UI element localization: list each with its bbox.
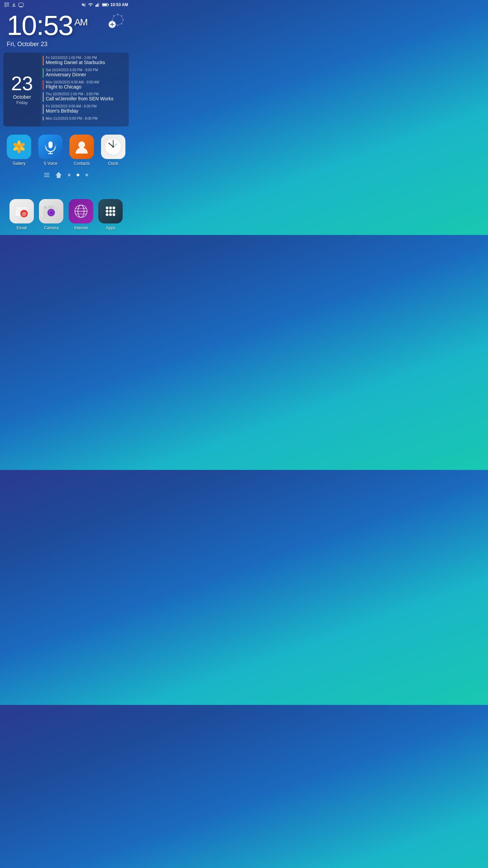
calendar-day: 23: [11, 74, 33, 93]
app-row-2: @ Email: [3, 194, 129, 232]
contacts-icon: [69, 135, 94, 159]
calendar-events: Fri 10/23/2015 1:00 PM - 2:00 PM Meeting…: [41, 53, 129, 126]
internet-label: Internet: [74, 225, 88, 230]
download-icon: [12, 2, 16, 7]
calendar-event[interactable]: Thu 10/29/2015 2:00 PM - 3:00 PM Call w/…: [43, 92, 125, 102]
clock-icon: [101, 135, 125, 159]
nav-dot-1[interactable]: [68, 174, 70, 176]
svg-line-20: [121, 23, 122, 24]
internet-icon-svg: [74, 204, 88, 219]
svg-rect-6: [97, 4, 98, 7]
svg-point-63: [109, 213, 112, 216]
app-apps[interactable]: Apps: [97, 199, 124, 230]
app-row-1: Gallery S Voice Contacts: [0, 130, 132, 168]
svg-rect-7: [98, 3, 99, 7]
clock-time: 10:53: [7, 10, 73, 41]
app-svoice[interactable]: S Voice: [37, 135, 64, 166]
status-bar: 10:53 AM: [0, 0, 132, 9]
gallery-icon: [7, 135, 31, 159]
apps-icon: [98, 199, 123, 223]
app-gallery[interactable]: Gallery: [5, 135, 33, 166]
calendar-event[interactable]: Fri 10/30/2015 9:00 AM - 6:00 PM Mom's B…: [43, 104, 125, 114]
apps-label: Apps: [106, 225, 115, 230]
svg-rect-10: [108, 4, 109, 5]
svoice-icon-svg: [43, 139, 58, 154]
svg-point-60: [109, 210, 112, 213]
svg-line-19: [114, 16, 114, 16]
event-time: Sat 10/24/2015 6:00 PM - 9:00 PM: [46, 68, 125, 72]
event-title: Anniversary Dinner: [46, 72, 125, 78]
event-title: Meeting Daniel at Starbucks: [46, 60, 125, 65]
nav-dots: [0, 168, 132, 181]
svg-point-59: [106, 210, 108, 213]
nav-dot-2[interactable]: [77, 174, 79, 176]
menu-icon: [44, 173, 49, 177]
calendar-event[interactable]: Mon 11/2/2015 6:00 PM - 8:00 PM: [43, 117, 125, 120]
clock-ampm: AM: [74, 17, 87, 27]
event-time: Mon 10/26/2015 6:00 AM - 9:00 AM: [46, 80, 125, 84]
event-time: Fri 10/23/2015 1:00 PM - 2:00 PM: [46, 56, 125, 60]
calendar-event[interactable]: Sat 10/24/2015 6:00 PM - 9:00 PM Anniver…: [43, 68, 125, 78]
screenshot2-icon: [18, 2, 24, 7]
clock-icon-svg: [103, 137, 123, 157]
app-contacts[interactable]: Contacts: [68, 135, 95, 166]
svg-point-49: [50, 211, 51, 212]
svg-rect-0: [5, 3, 6, 4]
internet-icon: [69, 199, 93, 223]
svg-point-62: [106, 213, 108, 216]
svg-point-61: [113, 210, 115, 213]
calendar-event[interactable]: Mon 10/26/2015 6:00 AM - 9:00 AM Flight …: [43, 80, 125, 90]
event-time: Mon 11/2/2015 6:00 PM - 8:00 PM: [46, 117, 125, 120]
svg-rect-3: [19, 3, 23, 7]
svg-rect-4: [95, 5, 96, 7]
status-time: 10:53 AM: [110, 2, 128, 7]
svoice-icon: [38, 135, 63, 159]
bottom-dock: @ Email: [0, 194, 132, 235]
app-internet[interactable]: Internet: [67, 199, 95, 230]
camera-icon: [39, 199, 63, 223]
contacts-icon-svg: [74, 139, 89, 154]
calendar-widget[interactable]: 23 October Friday Fri 10/23/2015 1:00 PM…: [3, 53, 129, 126]
app-camera[interactable]: Camera: [38, 199, 65, 230]
contacts-label: Contacts: [74, 161, 90, 166]
svg-text:@: @: [22, 211, 26, 216]
camera-icon-svg: [43, 203, 60, 219]
email-label: Email: [17, 225, 27, 230]
email-icon: @: [9, 199, 34, 223]
battery-icon: [102, 2, 109, 7]
event-title: Mom's Birthday: [46, 108, 125, 114]
svg-rect-30: [48, 141, 53, 148]
svg-point-57: [109, 206, 112, 209]
status-left-icons: [4, 2, 24, 7]
mute-icon: [81, 2, 86, 7]
event-title: Flight to Chicago: [46, 84, 125, 90]
svg-rect-44: [48, 205, 54, 209]
svg-line-21: [121, 16, 122, 16]
weather-icon: [105, 12, 125, 33]
app-email[interactable]: @ Email: [8, 199, 35, 230]
svg-rect-45: [44, 206, 47, 208]
svg-point-39: [112, 146, 114, 147]
svg-point-58: [113, 206, 115, 209]
signal-icon: [95, 2, 100, 7]
calendar-event[interactable]: Fri 10/23/2015 1:00 PM - 2:00 PM Meeting…: [43, 56, 125, 65]
wifi-icon: [88, 2, 93, 7]
nav-dot-3[interactable]: [85, 174, 88, 176]
calendar-weekday: Friday: [16, 100, 27, 105]
svg-rect-2: [7, 3, 9, 4]
svg-point-64: [113, 213, 115, 216]
svoice-label: S Voice: [43, 161, 57, 166]
calendar-month: October: [13, 94, 31, 100]
svg-point-29: [17, 145, 21, 149]
svg-rect-1: [5, 5, 6, 7]
apps-icon-svg: [103, 204, 118, 219]
weather-widget[interactable]: [105, 12, 125, 33]
home-icon[interactable]: [56, 172, 62, 178]
status-right-icons: 10:53 AM: [81, 2, 128, 7]
svg-point-56: [106, 206, 108, 209]
email-icon-svg: @: [14, 203, 29, 219]
camera-label: Camera: [44, 225, 59, 230]
clock-widget: 10:53AM Fri, October 23: [0, 9, 132, 49]
svg-point-33: [78, 141, 85, 148]
app-clock[interactable]: Clock: [100, 135, 127, 166]
